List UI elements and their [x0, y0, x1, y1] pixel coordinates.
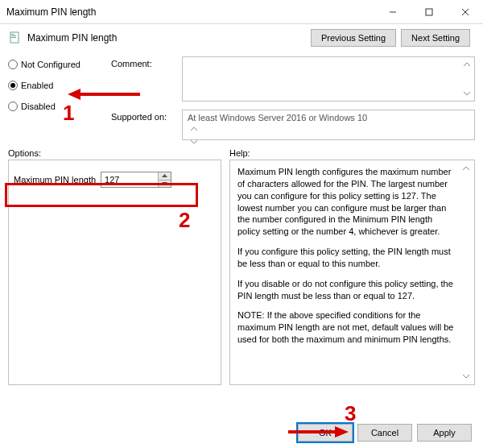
- scroll-down-icon[interactable]: [188, 135, 200, 148]
- policy-title: Maximum PIN length: [27, 32, 311, 44]
- scroll-down-icon[interactable]: [460, 370, 473, 383]
- radio-label: Enabled: [21, 81, 53, 90]
- comment-textarea[interactable]: [182, 56, 475, 102]
- policy-icon: [8, 31, 23, 45]
- scroll-down-icon[interactable]: [460, 87, 473, 100]
- svg-rect-1: [426, 9, 432, 15]
- supported-on-text: At least Windows Server 2016 or Windows …: [188, 113, 367, 122]
- scroll-up-icon[interactable]: [460, 162, 473, 175]
- comment-label: Comment:: [111, 56, 177, 68]
- radio-icon: [8, 81, 18, 90]
- minimize-button[interactable]: [374, 0, 411, 24]
- next-setting-button[interactable]: Next Setting: [401, 29, 470, 47]
- help-panel: Maximum PIN length configures the maximu…: [229, 160, 475, 385]
- help-text: If you configure this policy setting, th…: [237, 246, 457, 270]
- svg-rect-7: [11, 37, 16, 38]
- help-heading: Help:: [229, 148, 250, 158]
- radio-disabled[interactable]: Disabled: [8, 100, 105, 113]
- supported-label: Supported on:: [111, 110, 177, 122]
- help-text: NOTE: If the above specified conditions …: [237, 309, 457, 346]
- scroll-up-icon[interactable]: [188, 122, 200, 135]
- svg-rect-6: [11, 35, 16, 36]
- previous-setting-button[interactable]: Previous Setting: [311, 29, 396, 47]
- radio-label: Not Configured: [21, 60, 80, 69]
- scrollbar[interactable]: [460, 58, 473, 100]
- cancel-button[interactable]: Cancel: [357, 424, 412, 442]
- scrollbar[interactable]: [460, 162, 473, 383]
- options-panel: Maximum PIN length: [8, 160, 221, 385]
- help-scrollpane[interactable]: Maximum PIN length configures the maximu…: [231, 161, 473, 384]
- help-text: If you disable or do not configure this …: [237, 278, 457, 302]
- max-pin-length-spinner[interactable]: [101, 172, 171, 188]
- spinner-down-button[interactable]: [159, 180, 171, 188]
- scroll-up-icon[interactable]: [460, 58, 473, 71]
- titlebar: Maximum PIN length: [0, 0, 483, 24]
- supported-on-box: At least Windows Server 2016 or Windows …: [182, 110, 475, 140]
- svg-rect-5: [11, 34, 14, 35]
- options-heading: Options:: [8, 148, 229, 158]
- window-title: Maximum PIN length: [6, 6, 374, 18]
- scrollbar[interactable]: [188, 122, 458, 148]
- max-pin-length-label: Maximum PIN length: [14, 175, 96, 185]
- help-text: Maximum PIN length configures the maximu…: [237, 166, 457, 238]
- spinner-up-button[interactable]: [159, 172, 171, 180]
- maximize-button[interactable]: [411, 0, 447, 24]
- dialog-footer: OK Cancel Apply: [298, 424, 472, 442]
- max-pin-length-input[interactable]: [101, 172, 158, 187]
- header-row: Maximum PIN length Previous Setting Next…: [8, 29, 475, 47]
- radio-icon: [8, 60, 18, 69]
- radio-icon: [8, 102, 18, 111]
- annotation-number-3: 3: [345, 401, 356, 426]
- radio-enabled[interactable]: Enabled: [8, 79, 105, 92]
- radio-label: Disabled: [21, 102, 56, 111]
- apply-button[interactable]: Apply: [417, 424, 472, 442]
- close-button[interactable]: [447, 0, 483, 24]
- radio-not-configured[interactable]: Not Configured: [8, 58, 105, 71]
- ok-button[interactable]: OK: [298, 424, 353, 442]
